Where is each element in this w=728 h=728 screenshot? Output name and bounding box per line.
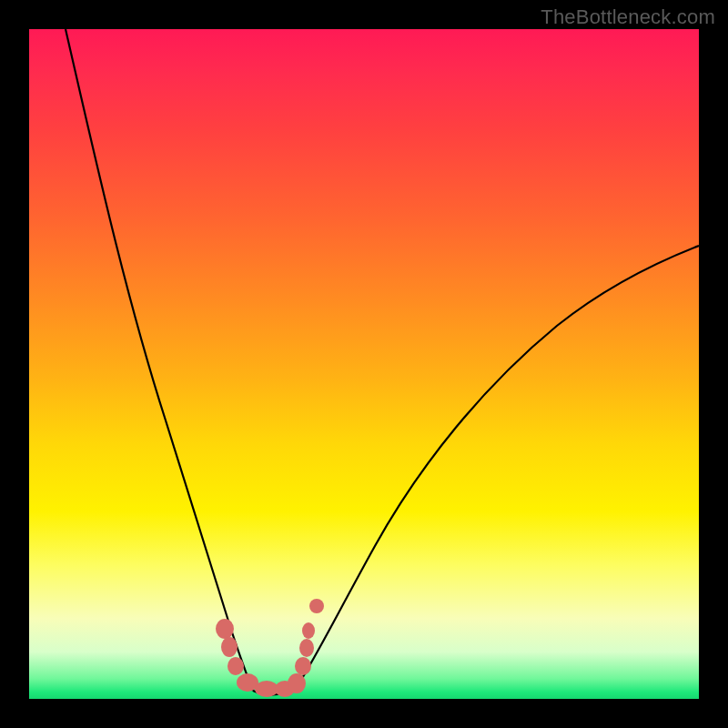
bottleneck-curve bbox=[29, 29, 699, 699]
watermark-text: TheBottleneck.com bbox=[541, 5, 715, 29]
curve-left-branch bbox=[66, 29, 253, 691]
marker-dot bbox=[221, 637, 238, 657]
marker-dot bbox=[295, 657, 311, 675]
marker-dot bbox=[302, 622, 315, 639]
plot-area bbox=[29, 29, 699, 699]
chart-frame: TheBottleneck.com bbox=[0, 0, 728, 728]
marker-dot bbox=[288, 673, 306, 693]
marker-dot bbox=[309, 599, 324, 613]
marker-dot bbox=[299, 639, 314, 657]
curve-right-branch bbox=[295, 246, 699, 690]
marker-dot bbox=[216, 619, 234, 639]
marker-dot bbox=[228, 657, 244, 675]
